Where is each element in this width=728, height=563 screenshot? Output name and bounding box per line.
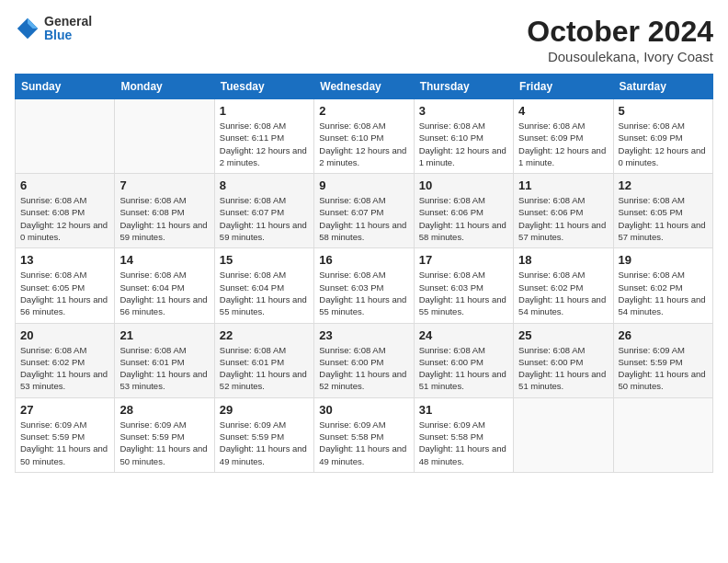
calendar-cell: 7Sunrise: 6:08 AM Sunset: 6:08 PM Daylig… <box>115 174 214 248</box>
day-info: Sunrise: 6:08 AM Sunset: 6:01 PM Dayligh… <box>119 344 209 393</box>
calendar-cell: 2Sunrise: 6:08 AM Sunset: 6:10 PM Daylig… <box>314 99 414 174</box>
calendar-header-row: SundayMondayTuesdayWednesdayThursdayFrid… <box>16 75 713 99</box>
day-number: 15 <box>220 253 309 267</box>
calendar-cell: 8Sunrise: 6:08 AM Sunset: 6:07 PM Daylig… <box>214 174 313 248</box>
day-info: Sunrise: 6:08 AM Sunset: 6:00 PM Dayligh… <box>419 344 508 393</box>
calendar-cell: 11Sunrise: 6:08 AM Sunset: 6:06 PM Dayli… <box>514 174 613 248</box>
day-info: Sunrise: 6:08 AM Sunset: 6:11 PM Dayligh… <box>220 120 309 168</box>
day-number: 29 <box>220 403 309 417</box>
calendar-week-4: 20Sunrise: 6:08 AM Sunset: 6:02 PM Dayli… <box>16 323 713 397</box>
day-number: 25 <box>518 328 608 342</box>
day-number: 10 <box>419 178 508 192</box>
calendar-cell: 27Sunrise: 6:09 AM Sunset: 5:59 PM Dayli… <box>16 397 115 472</box>
calendar-cell: 24Sunrise: 6:08 AM Sunset: 6:00 PM Dayli… <box>414 323 513 397</box>
logo-general-text: General <box>44 15 92 29</box>
day-number: 8 <box>220 178 309 192</box>
day-info: Sunrise: 6:09 AM Sunset: 5:58 PM Dayligh… <box>419 419 508 467</box>
calendar-week-2: 6Sunrise: 6:08 AM Sunset: 6:08 PM Daylig… <box>16 174 713 248</box>
day-number: 7 <box>119 178 209 192</box>
calendar-week-3: 13Sunrise: 6:08 AM Sunset: 6:05 PM Dayli… <box>16 248 713 323</box>
calendar-table: SundayMondayTuesdayWednesdayThursdayFrid… <box>15 74 713 473</box>
day-number: 5 <box>619 104 708 118</box>
day-info: Sunrise: 6:08 AM Sunset: 6:05 PM Dayligh… <box>20 269 109 317</box>
day-info: Sunrise: 6:08 AM Sunset: 6:03 PM Dayligh… <box>319 269 408 317</box>
day-number: 17 <box>419 253 508 267</box>
calendar-cell: 28Sunrise: 6:09 AM Sunset: 5:59 PM Dayli… <box>115 397 214 472</box>
day-info: Sunrise: 6:08 AM Sunset: 6:00 PM Dayligh… <box>319 344 408 393</box>
day-number: 30 <box>319 403 408 417</box>
calendar-cell <box>16 99 115 174</box>
day-number: 27 <box>20 403 109 417</box>
day-number: 2 <box>319 104 408 118</box>
day-number: 19 <box>619 253 708 267</box>
calendar-header-saturday: Saturday <box>613 75 712 99</box>
day-info: Sunrise: 6:08 AM Sunset: 6:07 PM Dayligh… <box>220 194 309 243</box>
day-number: 6 <box>20 178 109 192</box>
day-number: 23 <box>319 328 408 342</box>
day-info: Sunrise: 6:08 AM Sunset: 6:02 PM Dayligh… <box>20 344 109 393</box>
day-info: Sunrise: 6:09 AM Sunset: 5:58 PM Dayligh… <box>319 419 408 467</box>
day-info: Sunrise: 6:08 AM Sunset: 6:07 PM Dayligh… <box>319 194 408 243</box>
calendar-header-thursday: Thursday <box>414 75 513 99</box>
calendar-cell: 15Sunrise: 6:08 AM Sunset: 6:04 PM Dayli… <box>214 248 313 323</box>
day-info: Sunrise: 6:08 AM Sunset: 6:04 PM Dayligh… <box>220 269 309 317</box>
calendar-cell: 12Sunrise: 6:08 AM Sunset: 6:05 PM Dayli… <box>613 174 712 248</box>
day-number: 9 <box>319 178 408 192</box>
day-number: 26 <box>619 328 708 342</box>
calendar-week-5: 27Sunrise: 6:09 AM Sunset: 5:59 PM Dayli… <box>16 397 713 472</box>
page-header: General Blue October 2024 Dousoulekana, … <box>15 15 713 64</box>
day-number: 11 <box>518 178 608 192</box>
day-number: 3 <box>419 104 508 118</box>
day-info: Sunrise: 6:09 AM Sunset: 5:59 PM Dayligh… <box>220 419 309 467</box>
day-number: 13 <box>20 253 109 267</box>
calendar-week-1: 1Sunrise: 6:08 AM Sunset: 6:11 PM Daylig… <box>16 99 713 174</box>
calendar-cell: 17Sunrise: 6:08 AM Sunset: 6:03 PM Dayli… <box>414 248 513 323</box>
day-number: 14 <box>119 253 209 267</box>
calendar-cell: 9Sunrise: 6:08 AM Sunset: 6:07 PM Daylig… <box>314 174 414 248</box>
calendar-cell: 14Sunrise: 6:08 AM Sunset: 6:04 PM Dayli… <box>115 248 214 323</box>
calendar-cell: 26Sunrise: 6:09 AM Sunset: 5:59 PM Dayli… <box>613 323 712 397</box>
logo-blue-text: Blue <box>44 29 92 42</box>
day-number: 18 <box>518 253 608 267</box>
calendar-header-monday: Monday <box>115 75 214 99</box>
day-number: 12 <box>619 178 708 192</box>
day-info: Sunrise: 6:08 AM Sunset: 6:09 PM Dayligh… <box>518 120 608 168</box>
calendar-cell <box>514 397 613 472</box>
day-number: 4 <box>518 104 608 118</box>
day-info: Sunrise: 6:08 AM Sunset: 6:10 PM Dayligh… <box>319 120 408 168</box>
day-number: 22 <box>220 328 309 342</box>
calendar-header-friday: Friday <box>514 75 613 99</box>
calendar-header-wednesday: Wednesday <box>314 75 414 99</box>
logo-icon <box>15 16 40 41</box>
logo: General Blue <box>15 15 92 43</box>
calendar-cell: 20Sunrise: 6:08 AM Sunset: 6:02 PM Dayli… <box>16 323 115 397</box>
calendar-cell: 30Sunrise: 6:09 AM Sunset: 5:58 PM Dayli… <box>314 397 414 472</box>
calendar-cell <box>115 99 214 174</box>
day-number: 1 <box>220 104 309 118</box>
day-info: Sunrise: 6:09 AM Sunset: 5:59 PM Dayligh… <box>20 419 109 467</box>
day-info: Sunrise: 6:08 AM Sunset: 6:10 PM Dayligh… <box>419 120 508 168</box>
page-subtitle: Dousoulekana, Ivory Coast <box>527 49 713 64</box>
day-info: Sunrise: 6:08 AM Sunset: 6:02 PM Dayligh… <box>619 269 708 317</box>
day-number: 28 <box>119 403 209 417</box>
calendar-cell: 25Sunrise: 6:08 AM Sunset: 6:00 PM Dayli… <box>514 323 613 397</box>
calendar-cell: 18Sunrise: 6:08 AM Sunset: 6:02 PM Dayli… <box>514 248 613 323</box>
calendar-cell <box>613 397 712 472</box>
calendar-cell: 21Sunrise: 6:08 AM Sunset: 6:01 PM Dayli… <box>115 323 214 397</box>
day-info: Sunrise: 6:09 AM Sunset: 5:59 PM Dayligh… <box>619 344 708 393</box>
calendar-cell: 19Sunrise: 6:08 AM Sunset: 6:02 PM Dayli… <box>613 248 712 323</box>
day-info: Sunrise: 6:08 AM Sunset: 6:08 PM Dayligh… <box>20 194 109 243</box>
calendar-cell: 5Sunrise: 6:08 AM Sunset: 6:09 PM Daylig… <box>613 99 712 174</box>
calendar-cell: 31Sunrise: 6:09 AM Sunset: 5:58 PM Dayli… <box>414 397 513 472</box>
calendar-cell: 13Sunrise: 6:08 AM Sunset: 6:05 PM Dayli… <box>16 248 115 323</box>
title-area: October 2024 Dousoulekana, Ivory Coast <box>527 15 713 64</box>
calendar-cell: 4Sunrise: 6:08 AM Sunset: 6:09 PM Daylig… <box>514 99 613 174</box>
day-info: Sunrise: 6:08 AM Sunset: 6:05 PM Dayligh… <box>619 194 708 243</box>
calendar-cell: 22Sunrise: 6:08 AM Sunset: 6:01 PM Dayli… <box>214 323 313 397</box>
day-info: Sunrise: 6:08 AM Sunset: 6:00 PM Dayligh… <box>518 344 608 393</box>
calendar-cell: 10Sunrise: 6:08 AM Sunset: 6:06 PM Dayli… <box>414 174 513 248</box>
calendar-cell: 6Sunrise: 6:08 AM Sunset: 6:08 PM Daylig… <box>16 174 115 248</box>
calendar-cell: 1Sunrise: 6:08 AM Sunset: 6:11 PM Daylig… <box>214 99 313 174</box>
calendar-cell: 16Sunrise: 6:08 AM Sunset: 6:03 PM Dayli… <box>314 248 414 323</box>
day-info: Sunrise: 6:08 AM Sunset: 6:02 PM Dayligh… <box>518 269 608 317</box>
